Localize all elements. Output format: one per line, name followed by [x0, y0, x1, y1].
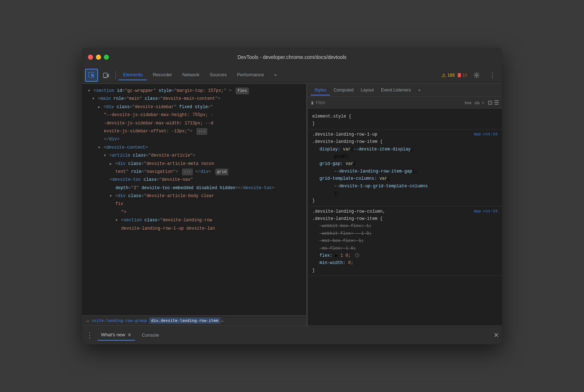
tab-layout[interactable]: Layout: [357, 85, 377, 95]
css-close: }: [312, 120, 498, 127]
filter-icon: ⧗: [311, 100, 314, 105]
style-action-1[interactable]: ⊡: [488, 99, 492, 106]
warning-icon: ⚠: [441, 72, 446, 78]
css-selector-line: element.style {: [312, 113, 498, 120]
html-line[interactable]: ▼ <article class="devsite-article">: [82, 152, 306, 159]
devtools-window: DevTools - developer.chrome.com/docs/dev…: [82, 48, 502, 344]
titlebar: DevTools - developer.chrome.com/docs/dev…: [82, 48, 502, 67]
window-title: DevTools - developer.chrome.com/docs/dev…: [237, 54, 346, 60]
tab-network[interactable]: Network: [178, 70, 204, 80]
breadcrumb-bar: ◄ vsite-landing-row-group div.devsite-la…: [82, 315, 306, 325]
more-options-button[interactable]: ⋮: [486, 69, 499, 82]
whats-new-close[interactable]: ✕: [127, 332, 132, 338]
gear-icon: [473, 72, 480, 78]
cls-button[interactable]: .cls: [474, 101, 480, 105]
html-line[interactable]: depth="2" devsite-toc-embedded disabled …: [82, 184, 306, 192]
expand-arrow[interactable]: ▼: [88, 89, 90, 93]
close-button[interactable]: [88, 55, 93, 60]
tab-styles-more[interactable]: »: [415, 85, 424, 95]
flex-badge: flex: [236, 88, 249, 94]
breadcrumb-back[interactable]: ◄: [86, 318, 89, 324]
settings-button[interactable]: [470, 69, 483, 82]
css-file-ref-1[interactable]: app.css:33: [474, 131, 498, 138]
device-toolbar-button[interactable]: [100, 69, 113, 82]
elements-panel: ▼ <section id="gc-wrapper" style="margin…: [82, 84, 306, 325]
html-line[interactable]: ▼ <div class="devsite-article-body clear: [82, 192, 306, 200]
drawer-tab-whats-new[interactable]: What's new ✕: [97, 330, 135, 341]
flex-info-icon[interactable]: ⓘ: [355, 253, 359, 258]
css-rule-2: app.css:33 .devsite-landing-row-column, …: [308, 206, 502, 276]
expand-arrow[interactable]: ▶: [110, 162, 112, 166]
html-line[interactable]: evsite-js-sidebar-offset: -13px;"> ···: [82, 127, 306, 135]
html-line[interactable]: <devsite-toc class="devsite-nav": [82, 176, 306, 184]
css-file-ref-2[interactable]: app.css:33: [474, 208, 498, 215]
html-line[interactable]: ▼ <devsite-content>: [82, 144, 306, 152]
html-line[interactable]: fix: [82, 200, 306, 208]
tab-sources[interactable]: Sources: [205, 70, 231, 80]
html-line[interactable]: </div>: [82, 135, 306, 143]
breadcrumb-item-2[interactable]: div.devsite-landing-row-item: [149, 318, 220, 324]
expand-arrow[interactable]: ▼: [92, 97, 94, 101]
expand-arrow[interactable]: ▼: [104, 154, 106, 158]
error-count: 10: [462, 73, 467, 78]
tab-event-listeners[interactable]: Event Listeners: [377, 85, 415, 95]
bottom-drawer: ⋮ What's new ✕ Console ✕: [82, 325, 502, 344]
drawer-tab-console[interactable]: Console: [138, 330, 163, 340]
css-rule-1: app.css:33 .devsite-landing-row-1-up .de…: [308, 129, 502, 206]
styles-tabs: Styles Computed Layout Event Listeners »: [308, 84, 502, 97]
error-badge[interactable]: ! 10: [458, 73, 467, 78]
expand-arrow[interactable]: ▼: [115, 218, 118, 222]
drawer-menu-button[interactable]: ⋮: [85, 330, 94, 341]
traffic-lights: [88, 55, 109, 60]
html-line[interactable]: ▶ <div class="devsite-article-meta nocon: [82, 160, 306, 168]
styles-panel: Styles Computed Layout Event Listeners »…: [308, 84, 502, 325]
styles-filter-input[interactable]: [316, 100, 462, 105]
expand-arrow[interactable]: ▼: [110, 194, 112, 198]
tab-styles[interactable]: Styles: [311, 85, 330, 95]
html-line[interactable]: ▼ <main role="main" class="devsite-main-…: [82, 95, 306, 103]
breadcrumb-forward[interactable]: ►: [221, 318, 224, 324]
html-line[interactable]: ">: [82, 208, 306, 216]
tab-computed[interactable]: Computed: [330, 85, 357, 95]
inspect-element-button[interactable]: [85, 69, 98, 82]
minimize-button[interactable]: [96, 55, 101, 60]
error-icon: !: [458, 73, 461, 77]
devtools-toolbar: Elements Recorder Network Sources Perfor…: [82, 67, 502, 84]
svg-rect-3: [108, 74, 109, 77]
expand-arrow[interactable]: ▶: [98, 105, 100, 109]
elements-content[interactable]: ▼ <section id="gc-wrapper" style="margin…: [82, 84, 306, 315]
style-action-2[interactable]: ☰: [494, 99, 499, 106]
warning-badge[interactable]: ⚠ 168: [441, 72, 455, 78]
html-line[interactable]: ▼ <section id="gc-wrapper" style="margin…: [82, 87, 306, 95]
styles-content[interactable]: element.style { } app.css:33 .devsite-la…: [308, 108, 502, 325]
html-line[interactable]: ▶ <div class="devsite-sidebar" fixed sty…: [82, 103, 306, 111]
html-line[interactable]: tent" role="navigation"> ··· </div> grid: [82, 168, 306, 176]
html-line[interactable]: -devsite-js-sidebar-max-width: 1713px; -…: [82, 119, 306, 127]
html-line[interactable]: ▼ <section class="devsite-landing-row: [82, 216, 306, 224]
inspect-icon: [88, 72, 95, 78]
tab-more[interactable]: »: [270, 70, 281, 80]
expand-arrow[interactable]: ▼: [98, 146, 100, 150]
html-line[interactable]: devsite-landing-row-1-up devsite-lan: [82, 225, 306, 233]
css-rule-element-style: element.style { }: [308, 111, 502, 129]
tab-elements[interactable]: Elements: [119, 70, 147, 80]
tab-performance[interactable]: Performance: [233, 70, 268, 80]
toolbar-badges: ⚠ 168 ! 10 ⋮: [441, 69, 499, 82]
tab-recorder[interactable]: Recorder: [148, 70, 176, 80]
main-content: ▼ <section id="gc-wrapper" style="margin…: [82, 84, 502, 325]
grid-badge: grid: [215, 169, 228, 175]
maximize-button[interactable]: [104, 55, 109, 60]
device-icon: [103, 72, 109, 78]
add-style-button[interactable]: +: [482, 101, 484, 105]
ellipsis-badge: ···: [196, 128, 207, 135]
breadcrumb-item-1[interactable]: vsite-landing-row-group: [89, 318, 149, 324]
drawer-close-button[interactable]: ✕: [494, 331, 499, 339]
styles-filter-bar: ⧗ :hov .cls + ⊡ ☰: [308, 97, 502, 108]
hov-button[interactable]: :hov: [464, 101, 471, 105]
whats-new-label: What's new: [101, 332, 125, 337]
svg-point-4: [476, 74, 478, 76]
html-line[interactable]: "--devsite-js-sidebar-max-height: 755px;…: [82, 111, 306, 119]
warning-count: 168: [448, 73, 455, 78]
svg-rect-2: [104, 77, 106, 77]
toolbar-separator-1: [115, 71, 116, 80]
